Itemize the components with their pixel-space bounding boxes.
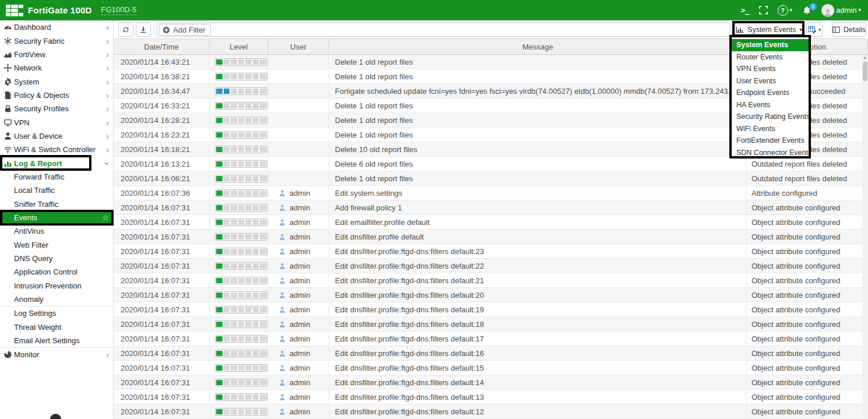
chevron-right-icon: › [106, 118, 109, 127]
scroll-up-icon[interactable]: ▲ [862, 55, 868, 60]
sidebar-item-vpn[interactable]: VPN› [0, 115, 113, 129]
cell-level [210, 404, 268, 418]
sidebar-item-intrusion-prevention[interactable]: Intrusion Prevention [0, 279, 113, 293]
level-bar [215, 58, 267, 66]
sidebar-item-web-filter[interactable]: Web Filter [0, 238, 113, 252]
cell-level [210, 273, 268, 287]
cell-datetime: 2020/01/14 16:07:31 [114, 317, 210, 331]
table-row[interactable]: 2020/01/14 16:07:31adminEdit dnsfilter.p… [114, 346, 868, 361]
star-icon[interactable]: ☆ [102, 213, 109, 222]
sidebar-item-email-alert-settings[interactable]: Email Alert Settings [0, 334, 113, 347]
level-bar [215, 204, 267, 212]
cell-user [268, 113, 329, 127]
column-header-level[interactable]: Level [210, 39, 268, 54]
download-log-button[interactable] [136, 23, 151, 37]
dropdown-item-router-events[interactable]: Router Events [732, 51, 809, 64]
caret-down-icon: ▾ [858, 8, 861, 13]
table-row[interactable]: 2020/01/14 16:07:31adminEdit dnsfilter.p… [114, 288, 868, 302]
table-row[interactable]: 2020/01/14 16:07:31adminEdit dnsfilter.p… [114, 361, 868, 375]
cell-level [210, 69, 268, 83]
table-row[interactable]: 2020/01/14 16:07:31adminEdit dnsfilter.p… [114, 273, 868, 288]
sidebar-item-label: Network [14, 64, 42, 72]
user-menu-button[interactable]: admin ▾ [821, 4, 861, 17]
sidebar-item-wifi-switch-controller[interactable]: WiFi & Switch Controller› [0, 143, 113, 156]
sidebar-item-forward-traffic[interactable]: Forward Traffic [0, 170, 113, 184]
sidebar-item-policy-objects[interactable]: Policy & Objects› [0, 89, 113, 102]
dropdown-item-endpoint-events[interactable]: Endpoint Events [732, 87, 809, 99]
scrollbar-thumb[interactable] [863, 62, 867, 81]
sidebar-item-label: Security Fabric [14, 37, 65, 45]
sidebar-item-dns-query[interactable]: DNS Query [0, 252, 113, 265]
table-row[interactable]: 2020/01/14 16:07:31adminEdit emailfilter… [114, 215, 868, 230]
sidebar-item-anomaly[interactable]: Anomaly [0, 293, 113, 306]
filter-bar[interactable]: Add Filter [157, 23, 731, 37]
dropdown-item-system-events[interactable]: System Events [732, 39, 809, 51]
refresh-button[interactable] [118, 23, 133, 37]
help-menu-button[interactable]: ? ▾ [778, 5, 793, 16]
toolbar-divider [154, 23, 154, 36]
user-name: admin [290, 233, 310, 241]
sidebar-item-security-fabric[interactable]: Security Fabric› [0, 34, 113, 47]
sidebar-item-network[interactable]: Network› [0, 61, 113, 75]
level-bar [215, 393, 267, 401]
scrollbar-track[interactable]: ▲ [862, 55, 868, 419]
table-row[interactable]: 2020/01/14 16:07:31adminEdit dnsfilter.p… [114, 404, 868, 419]
table-row[interactable]: 2020/01/14 16:07:31adminEdit dnsfilter.p… [114, 390, 868, 404]
column-header-date-time[interactable]: Date/Time [114, 39, 210, 54]
sidebar-item-antivirus[interactable]: AntiVirus [0, 224, 113, 238]
cell-level [210, 244, 268, 258]
add-filter-button[interactable]: Add Filter [159, 24, 211, 36]
notifications-button[interactable]: 1 [802, 6, 811, 15]
level-bar [215, 408, 267, 416]
sidebar-item-log-report[interactable]: Log & Report› [0, 156, 113, 170]
sidebar-item-security-profiles[interactable]: Security Profiles› [0, 102, 113, 115]
chart-bars-icon [736, 26, 744, 34]
sidebar-item-sniffer-traffic[interactable]: Sniffer Traffic [0, 197, 113, 210]
level-bar [215, 291, 267, 299]
sidebar-item-application-control[interactable]: Application Control [0, 265, 113, 279]
table-row[interactable]: 2020/01/14 16:07:36adminEdit system.sett… [114, 186, 868, 200]
dropdown-item-fortiextender-events[interactable]: FortiExtender Events [732, 135, 809, 147]
sidebar-item-events[interactable]: Events☆ [0, 211, 113, 224]
table-row[interactable]: 2020/01/14 16:07:31adminEdit dnsfilter.p… [114, 332, 868, 346]
sidebar-item-system[interactable]: System› [0, 75, 113, 88]
sidebar-item-dashboard[interactable]: Dashboard› [0, 20, 113, 34]
dropdown-item-vpn-events[interactable]: VPN Events [732, 63, 809, 75]
chart-bars-icon [3, 159, 12, 168]
dropdown-item-wifi-events[interactable]: WiFi Events [732, 123, 809, 135]
cli-console-icon[interactable]: >_ [741, 6, 749, 15]
table-row[interactable]: 2020/01/14 16:07:31adminEdit dnsfilter.p… [114, 302, 868, 317]
current-user-label: admin [836, 6, 856, 15]
sidebar-item-user-device[interactable]: User & Device› [0, 129, 113, 143]
table-row[interactable]: 2020/01/14 16:07:31adminEdit dnsfilter.p… [114, 244, 868, 259]
cell-datetime: 2020/01/14 16:07:31 [114, 302, 210, 316]
sidebar-item-label: Local Traffic [14, 186, 55, 195]
cell-description: Outdated report files deleted [747, 157, 868, 171]
cell-user: admin [268, 273, 329, 287]
user-name: admin [290, 305, 310, 314]
sidebar-item-threat-weight[interactable]: Threat Weight [0, 321, 113, 334]
column-header-message[interactable]: Message [329, 39, 747, 54]
cell-user: admin [268, 288, 329, 302]
sidebar-item-fortiview[interactable]: FortiView› [0, 48, 113, 61]
table-row[interactable]: 2020/01/14 16:13:21Delete 6 old report f… [114, 157, 868, 171]
fullscreen-icon[interactable] [759, 6, 768, 15]
details-toggle-button[interactable]: Details [832, 23, 866, 37]
table-row[interactable]: 2020/01/14 16:07:31adminAdd firewall.pol… [114, 200, 868, 215]
table-row[interactable]: 2020/01/14 16:08:21Delete 1 old report f… [114, 171, 868, 186]
table-row[interactable]: 2020/01/14 16:07:31adminEdit dnsfilter.p… [114, 230, 868, 244]
table-row[interactable]: 2020/01/14 16:07:31adminEdit dnsfilter.p… [114, 259, 868, 273]
column-header-user[interactable]: User [268, 39, 329, 54]
sidebar-item-log-settings[interactable]: Log Settings [0, 306, 113, 320]
table-row[interactable]: 2020/01/14 16:07:31adminEdit dnsfilter.p… [114, 317, 868, 332]
dropdown-item-security-rating-events[interactable]: Security Rating Events [732, 111, 809, 123]
cell-message: Edit dnsfilter.profile:ftgd-dns:filters … [329, 375, 747, 389]
dropdown-item-ha-events[interactable]: HA Events [732, 99, 809, 111]
sidebar-item-local-traffic[interactable]: Local Traffic [0, 184, 113, 197]
dropdown-item-sdn-connector-events[interactable]: SDN Connector Events [732, 147, 809, 159]
table-row[interactable]: 2020/01/14 16:07:31adminEdit dnsfilter.p… [114, 375, 868, 390]
dropdown-item-user-events[interactable]: User Events [732, 75, 809, 87]
sidebar-item-monitor[interactable]: Monitor› [0, 347, 113, 361]
sidebar-item-label: DNS Query [14, 254, 52, 263]
cell-message: Edit dnsfilter.profile:ftgd-dns:filters … [329, 244, 747, 258]
